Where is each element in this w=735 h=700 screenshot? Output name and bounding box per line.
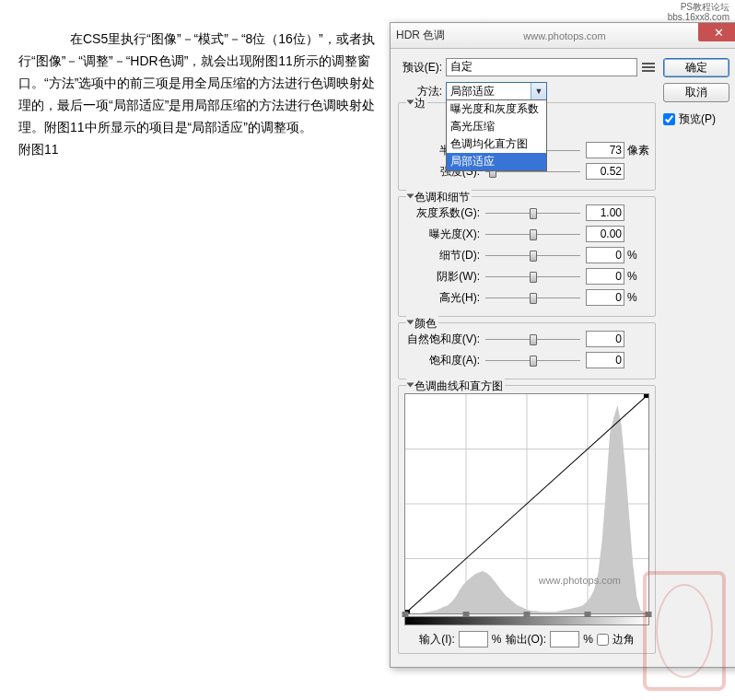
group-curve-title: 色调曲线和直方图 — [406, 379, 505, 394]
cancel-button[interactable]: 取消 — [663, 83, 729, 102]
method-option-equalize-histogram[interactable]: 色调均化直方图 — [447, 135, 546, 153]
shadow-input[interactable] — [586, 268, 624, 285]
strength-input[interactable] — [586, 163, 624, 180]
collapse-icon[interactable] — [407, 194, 414, 199]
vibrance-input[interactable] — [586, 331, 624, 347]
exposure-input[interactable] — [586, 226, 624, 242]
preset-label: 预设(E): — [398, 60, 442, 76]
preview-checkbox[interactable] — [663, 113, 675, 125]
radius-input[interactable] — [586, 142, 624, 158]
highlight-label: 高光(H): — [404, 290, 480, 306]
svg-rect-11 — [644, 394, 648, 398]
input-label: 输入(I): — [419, 632, 455, 648]
saturation-slider[interactable] — [485, 353, 580, 368]
radius-unit: 像素 — [627, 143, 649, 158]
group-curve-histogram: 色调曲线和直方图 www.photops.com — [398, 385, 656, 654]
preset-menu-icon[interactable] — [641, 60, 656, 75]
exposure-slider[interactable] — [485, 227, 580, 241]
gamma-slider[interactable] — [485, 205, 580, 220]
group-tone-title: 色调和细节 — [406, 190, 472, 205]
method-option-highlight-compression[interactable]: 高光压缩 — [447, 118, 546, 135]
vibrance-label: 自然饱和度(V): — [404, 332, 480, 347]
corner-checkbox[interactable] — [597, 634, 609, 646]
article-caption: 附图11 — [18, 138, 378, 160]
output-value[interactable] — [550, 631, 579, 648]
collapse-icon[interactable] — [407, 321, 414, 325]
svg-rect-0 — [642, 63, 655, 64]
vibrance-slider[interactable] — [485, 332, 580, 346]
exposure-label: 曝光度(X): — [404, 227, 480, 242]
svg-rect-2 — [642, 70, 655, 72]
method-combo[interactable]: 局部适应 ▼ — [446, 82, 547, 100]
input-value[interactable] — [459, 631, 488, 648]
saturation-label: 饱和度(A): — [404, 353, 480, 368]
article-text: 在CS5里执行“图像”－“模式”－“8位（16位）”，或者执行“图像”－“调整”… — [0, 0, 387, 160]
preview-checkbox-row[interactable]: 预览(P) — [663, 111, 731, 127]
article-para: 在CS5里执行“图像”－“模式”－“8位（16位）”，或者执行“图像”－“调整”… — [18, 28, 378, 138]
gamma-label: 灰度系数(G): — [404, 205, 480, 221]
shadow-slider[interactable] — [485, 269, 580, 284]
titlebar[interactable]: HDR 色调 www.photops.com ✕ — [391, 23, 735, 49]
highlight-slider[interactable] — [485, 290, 580, 305]
preview-label: 预览(P) — [679, 111, 716, 127]
dialog-title: HDR 色调 — [396, 28, 445, 43]
curve-histogram-chart[interactable]: www.photops.com — [404, 393, 649, 614]
highlight-input[interactable] — [586, 289, 624, 306]
titlebar-url: www.photops.com — [523, 30, 605, 41]
corner-label: 边角 — [612, 632, 635, 648]
collapse-icon[interactable] — [407, 100, 414, 105]
chevron-down-icon: ▼ — [531, 83, 546, 99]
hdr-toning-dialog: HDR 色调 www.photops.com ✕ 预设(E): 自定 方法: 局… — [390, 22, 735, 668]
group-color: 颜色 自然饱和度(V): 饱和度(A): — [398, 322, 656, 379]
method-dropdown: 曝光度和灰度系数 高光压缩 色调均化直方图 局部适应 — [446, 99, 547, 171]
method-option-local-adaptation[interactable]: 局部适应 — [447, 153, 546, 170]
group-edge-title: 边 — [406, 96, 427, 111]
shadow-label: 阴影(W): — [404, 269, 480, 285]
detail-label: 细节(D): — [404, 248, 480, 263]
curve-watermark: www.photops.com — [539, 575, 621, 586]
detail-slider[interactable] — [485, 248, 580, 262]
close-button[interactable]: ✕ — [698, 23, 735, 41]
gamma-input[interactable] — [586, 204, 624, 221]
saturation-input[interactable] — [586, 352, 624, 368]
watermark-top: PS教程论坛 bbs.16xx8.com — [668, 2, 729, 22]
close-icon: ✕ — [714, 26, 724, 40]
collapse-icon[interactable] — [407, 383, 414, 388]
group-tone-detail: 色调和细节 灰度系数(G): 曝光度(X): 细节(D): — [398, 196, 656, 317]
preset-select[interactable]: 自定 — [446, 58, 637, 76]
svg-rect-1 — [642, 66, 655, 68]
group-color-title: 颜色 — [406, 316, 438, 332]
output-label: 输出(O): — [506, 632, 547, 648]
detail-input[interactable] — [586, 247, 624, 263]
method-option-exposure-gamma[interactable]: 曝光度和灰度系数 — [447, 100, 546, 118]
input-gradient-strip[interactable] — [404, 616, 649, 625]
ok-button[interactable]: 确定 — [663, 58, 729, 77]
